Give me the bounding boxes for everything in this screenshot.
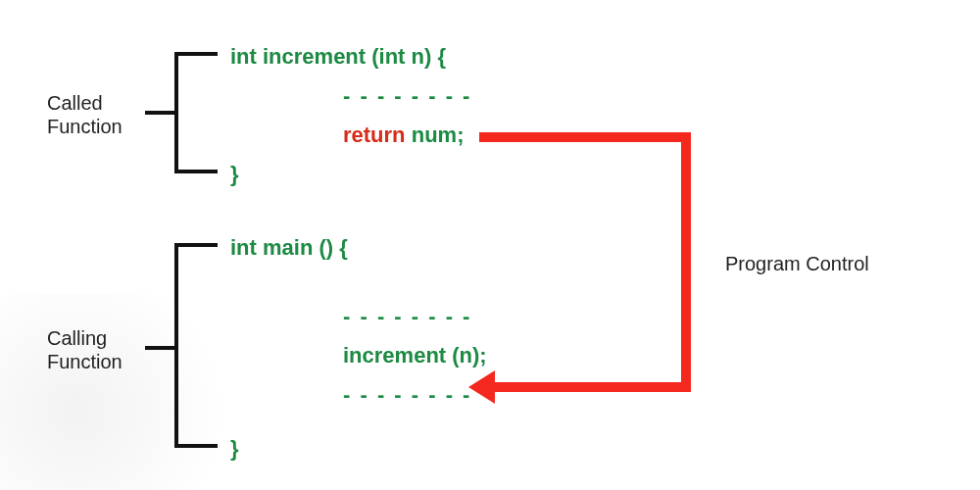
main-dashes-2: - - - - - - - -: [343, 382, 471, 408]
return-value: num;: [412, 122, 465, 147]
calling-label-line2: Function: [47, 351, 122, 372]
diagram-canvas: Called Function Calling Function Program…: [0, 0, 980, 490]
called-bracket: [147, 54, 216, 172]
main-call-line: increment (n);: [343, 343, 487, 368]
main-close-brace: }: [230, 436, 239, 462]
main-dashes-1: - - - - - - - -: [343, 304, 471, 329]
arrowhead-icon: [468, 370, 495, 404]
calling-label-line1: Calling: [47, 327, 107, 349]
called-close-brace: }: [230, 162, 239, 187]
main-signature: int main () {: [230, 235, 348, 261]
called-label-line2: Function: [47, 116, 122, 137]
called-signature: int increment (int n) {: [230, 44, 446, 70]
called-body-dashes: - - - - - - - -: [343, 83, 471, 109]
program-control-arrow: [479, 137, 686, 387]
program-control-label: Program Control: [725, 252, 869, 275]
calling-bracket: [147, 245, 216, 446]
calling-function-label: Calling Function: [47, 326, 122, 373]
called-function-label: Called Function: [47, 91, 122, 138]
brackets-svg: [0, 0, 980, 490]
called-label-line1: Called: [47, 92, 103, 114]
return-keyword: return: [343, 122, 412, 147]
called-return-line: return num;: [343, 122, 464, 148]
